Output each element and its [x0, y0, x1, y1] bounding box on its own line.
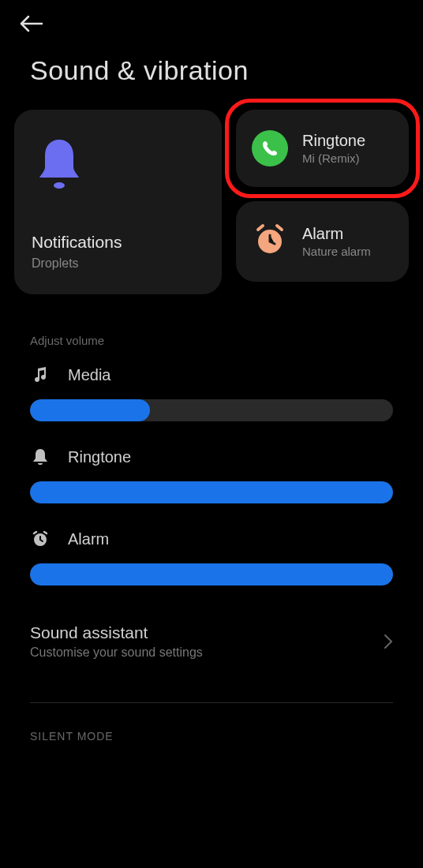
ringtone-slider-fill	[30, 481, 393, 503]
alarm-volume-row: Alarm	[0, 510, 423, 592]
media-volume-row: Media	[0, 355, 423, 428]
phone-icon	[252, 130, 288, 166]
alarm-volume-label: Alarm	[68, 530, 109, 548]
notifications-card[interactable]: Notifications Droplets	[14, 110, 222, 294]
bell-icon	[35, 137, 84, 193]
arrow-left-icon	[20, 15, 43, 32]
sound-assistant-title: Sound assistant	[30, 623, 203, 642]
alarm-title: Alarm	[302, 225, 371, 243]
chevron-right-icon	[384, 634, 393, 649]
media-label: Media	[68, 366, 110, 384]
alarm-card[interactable]: Alarm Nature alarm	[236, 201, 409, 282]
adjust-volume-label: Adjust volume	[0, 294, 423, 355]
back-button[interactable]	[16, 8, 47, 39]
notifications-title: Notifications	[32, 233, 204, 252]
bell-small-icon	[30, 447, 51, 467]
sound-assistant-item[interactable]: Sound assistant Customise your sound set…	[0, 592, 423, 675]
media-slider[interactable]	[30, 399, 393, 421]
alarm-slider-fill	[30, 563, 393, 586]
ringtone-sub: Mi (Remix)	[302, 152, 365, 165]
sound-assistant-sub: Customise your sound settings	[30, 645, 203, 660]
ringtone-slider[interactable]	[30, 481, 393, 503]
notifications-sub: Droplets	[32, 256, 204, 271]
alarm-slider[interactable]	[30, 563, 393, 586]
svg-point-0	[54, 182, 65, 189]
ringtone-title: Ringtone	[302, 132, 365, 150]
page-title: Sound & vibration	[0, 39, 423, 110]
ringtone-volume-label: Ringtone	[68, 448, 131, 466]
silent-mode-heading: SILENT MODE	[0, 703, 423, 743]
ringtone-volume-row: Ringtone	[0, 428, 423, 510]
alarm-sub: Nature alarm	[302, 245, 371, 258]
alarm-clock-icon	[252, 222, 288, 261]
ringtone-card[interactable]: Ringtone Mi (Remix)	[236, 110, 409, 187]
alarm-small-icon	[30, 529, 51, 549]
media-slider-fill	[30, 399, 150, 421]
music-note-icon	[30, 365, 51, 385]
